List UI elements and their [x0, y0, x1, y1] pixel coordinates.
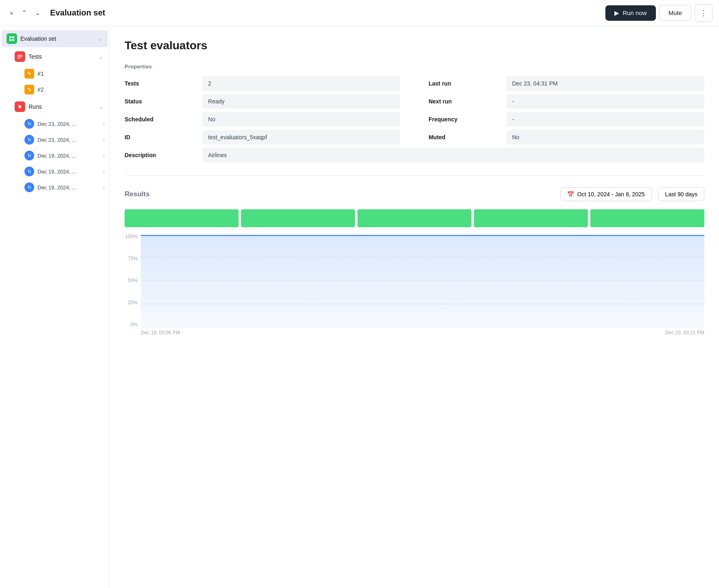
topbar: » ⌃ ⌄ Evaluation set ▶ Run now Mute ⋮ — [0, 0, 719, 26]
svg-rect-6 — [18, 58, 21, 59]
y-label-0: 0% — [125, 322, 138, 327]
scheduled-prop-label: Scheduled — [125, 112, 202, 127]
status-prop-label: Status — [125, 94, 202, 109]
run-now-label: Run now — [623, 9, 647, 16]
tests-label: Tests — [28, 53, 99, 60]
results-header: Results 📅 Oct 10, 2024 - Jan 8, 2025 Las… — [125, 187, 704, 201]
x-label-start: Dec 19, 03:06 PM — [141, 330, 180, 340]
last-run-prop-value: Dec 23, 04:31 PM — [506, 76, 704, 91]
prop-row-status — [125, 91, 704, 94]
run-2-icon: ↻ — [24, 135, 34, 145]
chart-x-labels: Dec 19, 03:06 PM Dec 23, 03:21 PM — [141, 330, 704, 340]
sidebar-item-runs[interactable]: Runs ⌄ — [10, 98, 108, 115]
play-icon: ▶ — [614, 9, 619, 17]
date-range-button[interactable]: 📅 Oct 10, 2024 - Jan 8, 2025 — [560, 187, 652, 201]
page-title: Evaluation set — [50, 8, 603, 18]
content-title: Test evaluators — [125, 39, 704, 52]
line-chart-svg — [141, 234, 704, 327]
prop-row-id: ID test_evaluators_5xaqpf Muted No — [125, 130, 704, 145]
y-label-50: 50% — [125, 278, 138, 283]
run-3-label: Dec 19, 2024, ... — [37, 153, 76, 159]
section-divider — [125, 176, 704, 176]
prop-row-gap2 — [125, 109, 704, 112]
chart-y-labels: 100% 75% 50% 25% 0% — [125, 234, 141, 327]
description-prop-value: Airlines — [202, 148, 704, 162]
svg-rect-2 — [9, 39, 11, 41]
sidebar-item-evaluation-set[interactable]: Evaluation set ⌄ — [2, 30, 108, 47]
test-1-label: #1 — [37, 70, 44, 77]
frequency-prop-label: Frequency — [429, 112, 506, 127]
run-3-arrow-icon: › — [103, 153, 105, 158]
run-1-icon: ↻ — [24, 119, 34, 129]
prop-row-status-data: Status Ready Next run - — [125, 94, 704, 109]
run-item-3[interactable]: ↻ Dec 19, 2024, ... › — [18, 148, 108, 163]
tests-section: Tests ⌄ ✎ #1 ✎ #2 — [0, 48, 110, 97]
run-item-1[interactable]: ↻ Dec 23, 2024, ... › — [18, 116, 108, 132]
tests-icon — [15, 51, 25, 62]
run-5-arrow-icon: › — [103, 184, 105, 190]
y-label-75: 75% — [125, 256, 138, 261]
up-button[interactable]: ⌃ — [18, 7, 30, 19]
id-prop-value: test_evaluators_5xaqpf — [202, 130, 400, 145]
sidebar-item-test-1[interactable]: ✎ #1 — [18, 66, 108, 81]
sidebar: Evaluation set ⌄ Tests ⌄ ✎ #1 ✎ #2 — [0, 26, 110, 588]
evaluation-set-label: Evaluation set — [20, 35, 99, 42]
id-prop-label: ID — [125, 130, 202, 145]
run-item-4[interactable]: ↻ Dec 19, 2024, ... › — [18, 164, 108, 179]
calendar-icon: 📅 — [567, 191, 574, 197]
test-2-icon: ✎ — [24, 85, 34, 94]
bar-1 — [125, 209, 239, 227]
muted-prop-value: No — [506, 130, 704, 145]
prop-row-gap4 — [125, 145, 704, 148]
muted-prop-label: Muted — [429, 130, 506, 145]
x-label-end: Dec 23, 03:21 PM — [665, 330, 704, 340]
main-layout: Evaluation set ⌄ Tests ⌄ ✎ #1 ✎ #2 — [0, 26, 719, 588]
runs-section: Runs ⌄ ↻ Dec 23, 2024, ... › ↻ Dec 23, 2… — [0, 98, 110, 195]
bar-chart — [125, 209, 704, 227]
mute-button[interactable]: Mute — [659, 5, 691, 21]
properties-table: Tests 2 Last run Dec 23, 04:31 PM Status… — [125, 76, 704, 162]
sidebar-item-tests[interactable]: Tests ⌄ — [10, 48, 108, 65]
date-range-value: Oct 10, 2024 - Jan 8, 2025 — [577, 191, 645, 197]
run-4-arrow-icon: › — [103, 169, 105, 174]
line-chart-container: 100% 75% 50% 25% 0% — [125, 234, 704, 340]
svg-marker-7 — [19, 105, 22, 109]
y-label-25: 25% — [125, 300, 138, 305]
bar-4 — [474, 209, 588, 227]
chart-area — [141, 234, 704, 327]
test-1-icon: ✎ — [24, 69, 34, 79]
last-90-days-button[interactable]: Last 90 days — [658, 187, 704, 201]
run-now-button[interactable]: ▶ Run now — [605, 5, 655, 21]
sidebar-item-test-2[interactable]: ✎ #2 — [18, 82, 108, 97]
nav-controls: » ⌃ ⌄ — [7, 7, 44, 19]
tests-prop-label: Tests — [125, 76, 202, 91]
svg-rect-1 — [12, 36, 14, 38]
main-content: Test evaluators Properties Tests 2 Last … — [110, 26, 719, 588]
next-run-prop-value: - — [506, 94, 704, 109]
prop-row-description: Description Airlines — [125, 148, 704, 162]
run-1-arrow-icon: › — [103, 121, 105, 127]
bar-5 — [590, 209, 704, 227]
run-item-2[interactable]: ↻ Dec 23, 2024, ... › — [18, 132, 108, 147]
prop-row-tests: Tests 2 Last run Dec 23, 04:31 PM — [125, 76, 704, 91]
chevron-down-icon: ⌄ — [99, 36, 103, 42]
svg-marker-13 — [141, 235, 704, 327]
more-options-button[interactable]: ⋮ — [695, 4, 712, 22]
run-items: ↻ Dec 23, 2024, ... › ↻ Dec 23, 2024, ..… — [8, 116, 110, 195]
collapse-button[interactable]: » — [7, 7, 17, 19]
down-button[interactable]: ⌄ — [32, 7, 44, 19]
test-items: ✎ #1 ✎ #2 — [8, 66, 110, 97]
run-5-label: Dec 19, 2024, ... — [37, 184, 76, 191]
chevron-down-icon: ⌄ — [99, 104, 103, 110]
y-label-100: 100% — [125, 234, 138, 239]
run-item-5[interactable]: ↻ Dec 19, 2024, ... › — [18, 180, 108, 195]
test-2-label: #2 — [37, 86, 44, 93]
results-label: Results — [125, 190, 149, 198]
run-1-label: Dec 23, 2024, ... — [37, 121, 76, 127]
svg-rect-4 — [18, 55, 22, 56]
prop-row-gap3 — [125, 127, 704, 130]
last-run-prop-label: Last run — [429, 76, 506, 91]
tests-prop-value: 2 — [202, 76, 400, 91]
run-2-label: Dec 23, 2024, ... — [37, 137, 76, 143]
chevron-down-icon: ⌄ — [99, 54, 103, 60]
